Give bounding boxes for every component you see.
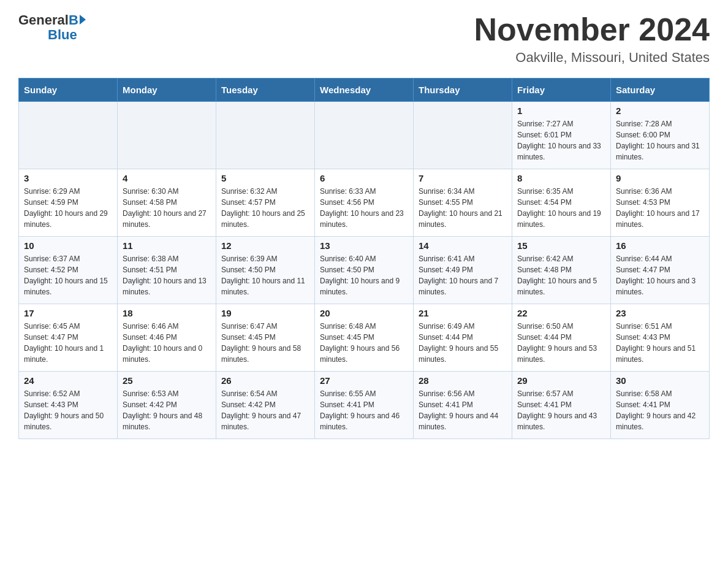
day-number: 20 bbox=[320, 308, 408, 318]
calendar-cell: 5Sunrise: 6:32 AM Sunset: 4:57 PM Daylig… bbox=[216, 169, 315, 237]
calendar-cell: 3Sunrise: 6:29 AM Sunset: 4:59 PM Daylig… bbox=[19, 169, 118, 237]
calendar-cell: 4Sunrise: 6:30 AM Sunset: 4:58 PM Daylig… bbox=[118, 169, 216, 237]
day-info: Sunrise: 7:27 AM Sunset: 6:01 PM Dayligh… bbox=[517, 118, 605, 163]
calendar-cell: 2Sunrise: 7:28 AM Sunset: 6:00 PM Daylig… bbox=[611, 102, 710, 169]
day-number: 1 bbox=[517, 105, 605, 116]
calendar-cell: 30Sunrise: 6:58 AM Sunset: 4:41 PM Dayli… bbox=[611, 372, 710, 439]
logo-blue-text: Blue bbox=[48, 27, 77, 43]
calendar-week-row: 17Sunrise: 6:45 AM Sunset: 4:47 PM Dayli… bbox=[19, 304, 710, 372]
day-info: Sunrise: 6:35 AM Sunset: 4:54 PM Dayligh… bbox=[517, 186, 605, 230]
day-number: 24 bbox=[24, 375, 112, 386]
weekday-header-thursday: Thursday bbox=[414, 79, 512, 102]
day-number: 28 bbox=[419, 375, 507, 386]
day-number: 6 bbox=[320, 173, 408, 183]
calendar-cell: 12Sunrise: 6:39 AM Sunset: 4:50 PM Dayli… bbox=[216, 237, 315, 304]
day-number: 17 bbox=[24, 308, 112, 318]
logo-general: General bbox=[18, 12, 69, 28]
day-info: Sunrise: 6:33 AM Sunset: 4:56 PM Dayligh… bbox=[320, 186, 408, 230]
logo-arrow-icon bbox=[80, 15, 86, 25]
day-info: Sunrise: 6:55 AM Sunset: 4:41 PM Dayligh… bbox=[320, 388, 408, 432]
day-number: 7 bbox=[419, 173, 507, 183]
day-info: Sunrise: 6:53 AM Sunset: 4:42 PM Dayligh… bbox=[123, 388, 211, 432]
day-number: 21 bbox=[419, 308, 507, 318]
day-info: Sunrise: 6:37 AM Sunset: 4:52 PM Dayligh… bbox=[24, 253, 112, 297]
calendar-cell: 21Sunrise: 6:49 AM Sunset: 4:44 PM Dayli… bbox=[414, 304, 512, 372]
day-info: Sunrise: 6:44 AM Sunset: 4:47 PM Dayligh… bbox=[616, 253, 704, 297]
calendar-cell bbox=[19, 102, 118, 169]
day-number: 12 bbox=[221, 240, 309, 251]
day-number: 5 bbox=[221, 173, 309, 183]
calendar-cell: 22Sunrise: 6:50 AM Sunset: 4:44 PM Dayli… bbox=[512, 304, 611, 372]
day-info: Sunrise: 6:41 AM Sunset: 4:49 PM Dayligh… bbox=[419, 253, 507, 297]
calendar-cell bbox=[216, 102, 315, 169]
day-info: Sunrise: 6:48 AM Sunset: 4:45 PM Dayligh… bbox=[320, 321, 408, 365]
day-info: Sunrise: 6:39 AM Sunset: 4:50 PM Dayligh… bbox=[221, 253, 309, 297]
day-info: Sunrise: 6:32 AM Sunset: 4:57 PM Dayligh… bbox=[221, 186, 309, 230]
day-info: Sunrise: 6:56 AM Sunset: 4:41 PM Dayligh… bbox=[419, 388, 507, 432]
day-info: Sunrise: 6:38 AM Sunset: 4:51 PM Dayligh… bbox=[123, 253, 211, 297]
calendar-cell: 7Sunrise: 6:34 AM Sunset: 4:55 PM Daylig… bbox=[414, 169, 512, 237]
day-number: 13 bbox=[320, 240, 408, 251]
day-info: Sunrise: 6:36 AM Sunset: 4:53 PM Dayligh… bbox=[616, 186, 704, 230]
weekday-header-sunday: Sunday bbox=[19, 79, 118, 102]
day-number: 11 bbox=[123, 240, 211, 251]
calendar-week-row: 10Sunrise: 6:37 AM Sunset: 4:52 PM Dayli… bbox=[19, 237, 710, 304]
weekday-header-friday: Friday bbox=[512, 79, 611, 102]
day-info: Sunrise: 6:57 AM Sunset: 4:41 PM Dayligh… bbox=[517, 388, 605, 432]
page-header: General B Blue November 2024 Oakville, M… bbox=[18, 12, 710, 66]
calendar-cell: 24Sunrise: 6:52 AM Sunset: 4:43 PM Dayli… bbox=[19, 372, 118, 439]
calendar-cell bbox=[414, 102, 512, 169]
calendar-cell: 11Sunrise: 6:38 AM Sunset: 4:51 PM Dayli… bbox=[118, 237, 216, 304]
day-number: 25 bbox=[123, 375, 211, 386]
day-info: Sunrise: 6:34 AM Sunset: 4:55 PM Dayligh… bbox=[419, 186, 507, 230]
day-number: 26 bbox=[221, 375, 309, 386]
day-number: 4 bbox=[123, 173, 211, 183]
day-info: Sunrise: 6:52 AM Sunset: 4:43 PM Dayligh… bbox=[24, 388, 112, 432]
calendar-week-row: 1Sunrise: 7:27 AM Sunset: 6:01 PM Daylig… bbox=[19, 102, 710, 169]
calendar-subtitle: Oakville, Missouri, United States bbox=[474, 50, 710, 66]
calendar-cell: 28Sunrise: 6:56 AM Sunset: 4:41 PM Dayli… bbox=[414, 372, 512, 439]
day-number: 9 bbox=[616, 173, 704, 183]
calendar-cell: 14Sunrise: 6:41 AM Sunset: 4:49 PM Dayli… bbox=[414, 237, 512, 304]
calendar-cell: 25Sunrise: 6:53 AM Sunset: 4:42 PM Dayli… bbox=[118, 372, 216, 439]
calendar-week-row: 3Sunrise: 6:29 AM Sunset: 4:59 PM Daylig… bbox=[19, 169, 710, 237]
logo: General B Blue bbox=[18, 12, 86, 43]
day-info: Sunrise: 6:45 AM Sunset: 4:47 PM Dayligh… bbox=[24, 321, 112, 365]
day-number: 3 bbox=[24, 173, 112, 183]
calendar-cell bbox=[118, 102, 216, 169]
calendar-table: SundayMondayTuesdayWednesdayThursdayFrid… bbox=[18, 78, 710, 439]
day-number: 27 bbox=[320, 375, 408, 386]
day-number: 16 bbox=[616, 240, 704, 251]
day-info: Sunrise: 6:49 AM Sunset: 4:44 PM Dayligh… bbox=[419, 321, 507, 365]
calendar-cell: 9Sunrise: 6:36 AM Sunset: 4:53 PM Daylig… bbox=[611, 169, 710, 237]
day-info: Sunrise: 6:42 AM Sunset: 4:48 PM Dayligh… bbox=[517, 253, 605, 297]
calendar-cell: 13Sunrise: 6:40 AM Sunset: 4:50 PM Dayli… bbox=[315, 237, 414, 304]
day-number: 15 bbox=[517, 240, 605, 251]
title-section: November 2024 Oakville, Missouri, United… bbox=[474, 12, 710, 66]
calendar-cell: 1Sunrise: 7:27 AM Sunset: 6:01 PM Daylig… bbox=[512, 102, 611, 169]
calendar-cell: 18Sunrise: 6:46 AM Sunset: 4:46 PM Dayli… bbox=[118, 304, 216, 372]
day-info: Sunrise: 6:30 AM Sunset: 4:58 PM Dayligh… bbox=[123, 186, 211, 230]
day-info: Sunrise: 6:58 AM Sunset: 4:41 PM Dayligh… bbox=[616, 388, 704, 432]
logo-blue: B bbox=[69, 12, 86, 28]
day-number: 10 bbox=[24, 240, 112, 251]
calendar-cell: 17Sunrise: 6:45 AM Sunset: 4:47 PM Dayli… bbox=[19, 304, 118, 372]
weekday-header-wednesday: Wednesday bbox=[315, 79, 414, 102]
day-info: Sunrise: 6:46 AM Sunset: 4:46 PM Dayligh… bbox=[123, 321, 211, 365]
calendar-cell: 19Sunrise: 6:47 AM Sunset: 4:45 PM Dayli… bbox=[216, 304, 315, 372]
calendar-cell: 29Sunrise: 6:57 AM Sunset: 4:41 PM Dayli… bbox=[512, 372, 611, 439]
day-number: 23 bbox=[616, 308, 704, 318]
calendar-cell: 20Sunrise: 6:48 AM Sunset: 4:45 PM Dayli… bbox=[315, 304, 414, 372]
day-info: Sunrise: 6:40 AM Sunset: 4:50 PM Dayligh… bbox=[320, 253, 408, 297]
day-info: Sunrise: 6:47 AM Sunset: 4:45 PM Dayligh… bbox=[221, 321, 309, 365]
calendar-cell: 26Sunrise: 6:54 AM Sunset: 4:42 PM Dayli… bbox=[216, 372, 315, 439]
calendar-cell: 27Sunrise: 6:55 AM Sunset: 4:41 PM Dayli… bbox=[315, 372, 414, 439]
calendar-cell: 8Sunrise: 6:35 AM Sunset: 4:54 PM Daylig… bbox=[512, 169, 611, 237]
calendar-header-row: SundayMondayTuesdayWednesdayThursdayFrid… bbox=[19, 79, 710, 102]
day-number: 19 bbox=[221, 308, 309, 318]
weekday-header-saturday: Saturday bbox=[611, 79, 710, 102]
calendar-cell bbox=[315, 102, 414, 169]
day-number: 8 bbox=[517, 173, 605, 183]
day-info: Sunrise: 6:29 AM Sunset: 4:59 PM Dayligh… bbox=[24, 186, 112, 230]
day-number: 29 bbox=[517, 375, 605, 386]
